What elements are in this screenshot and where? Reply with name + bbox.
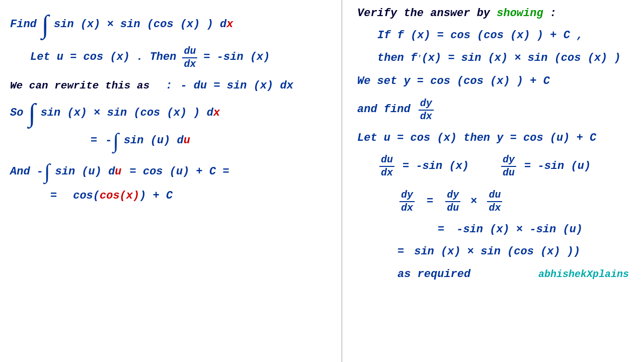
and-line: And - ∫ sin (u) du = cos (u) + C = [10, 163, 332, 180]
we-set-line: We set y = cos (cos (x) ) + C [357, 75, 634, 88]
expand-chain-block: = -sin (x) × -sin (u) [357, 223, 634, 236]
rewrite-block: We can rewrite this as : - du = sin (x) … [10, 79, 332, 93]
final-close: ) + C [139, 190, 173, 203]
expand-expr: -sin (x) × -sin (u) [456, 223, 583, 236]
chain-eq: = [427, 195, 433, 208]
eq-neg-line: = - ∫ sin (u) du [91, 133, 332, 150]
then-block: then f'(x) = sin (x) × sin (cos (x) ) [357, 52, 634, 65]
expand-chain-line: = -sin (x) × -sin (u) [438, 223, 634, 236]
then-line: then f'(x) = sin (x) × sin (cos (x) ) [377, 52, 634, 65]
and-block: And - ∫ sin (u) du = cos (u) + C = [10, 163, 332, 180]
and-eq-cosu: = cos (u) + C = [130, 165, 229, 178]
dy-num: dy [419, 98, 434, 111]
du-dx-fraction: du dx [182, 45, 197, 70]
chain-dx2-den: dx [487, 202, 502, 214]
dy-du-frac: dy du [501, 154, 516, 179]
final-cos-open: cos( [73, 190, 100, 203]
dy-dx-fraction: dy dx [419, 98, 434, 123]
and-sin-expr: sin (u) du [55, 165, 122, 178]
dx2-den: dx [379, 167, 394, 179]
dy-du-eq: = -sin (u) [524, 160, 591, 173]
prime-symbol: ' [417, 54, 421, 63]
dx-denominator: dx [182, 58, 197, 70]
so-label: So [10, 107, 23, 120]
chain-dy2-num: dy [445, 189, 460, 202]
du-numerator: du [182, 45, 197, 58]
find-integral-block: Find ∫ sin (x) × sin (cos (x) ) dx [10, 14, 332, 35]
derivatives-row: du dx = -sin (x) dy du = -sin (u) [377, 154, 634, 179]
integral-symbol-3: ∫ [113, 133, 119, 150]
as-required-line: as required abhishekXplains [357, 268, 634, 281]
left-panel: Find ∫ sin (x) × sin (cos (x) ) dx Let u… [0, 0, 342, 362]
du-u: u [184, 134, 190, 147]
integral-symbol-2: ∫ [28, 103, 35, 124]
let-u-block: Let u = cos (x) . Then du dx = -sin (x) [10, 45, 332, 70]
result-line: = sin (x) × sin (cos (x) ) ) [397, 245, 634, 258]
find-expr: sin (x) × sin (cos (x) ) dx [54, 18, 233, 31]
let-u-right-expr: Let u = cos (x) then y = cos (u) + C [357, 132, 596, 145]
so-integral-block: So ∫ sin (x) × sin (cos (x) ) dx [10, 103, 332, 124]
then-label: then f [377, 52, 417, 65]
du-dx-frac2: du dx [379, 154, 394, 179]
chain-dy-dx: dy dx [399, 189, 415, 214]
let-u-right-block: Let u = cos (x) then y = cos (u) + C [357, 132, 634, 145]
if-block: If f (x) = cos (cos (x) ) + C , [357, 29, 634, 42]
result-eq: = [397, 245, 404, 258]
rewrite-colon: : [166, 79, 172, 93]
we-set-expr: We set y = cos (cos (x) ) + C [357, 75, 550, 88]
result-expr: sin (x) × sin (cos (x) ) [414, 245, 574, 258]
find-label: Find [10, 18, 37, 31]
result-paren: ) [574, 245, 580, 258]
rewrite-line: We can rewrite this as : - du = sin (x) … [10, 79, 332, 93]
final-answer-block: = cos(cos(x)) + C [10, 190, 332, 203]
chain-times: × [470, 195, 477, 208]
verify-title-block: Verify the answer by showing : [357, 7, 634, 20]
neg-sign: - [105, 134, 112, 147]
if-line: If f (x) = cos (cos (x) ) + C , [377, 29, 634, 42]
let-line: Let u = cos (x) . Then du dx = -sin (x) [30, 45, 332, 70]
eq-label: = [91, 134, 97, 147]
as-required-label: as required [397, 268, 470, 281]
final-eq: = [50, 190, 57, 203]
if-expr: If f (x) = cos (cos (x) ) + C , [377, 29, 583, 42]
find-line: Find ∫ sin (x) × sin (cos (x) ) dx [10, 14, 332, 35]
so-expr: sin (x) × sin (cos (x) ) dx [41, 107, 220, 120]
brand-label: abhishekXplains [538, 268, 629, 281]
final-cosx: cos(x) [100, 190, 139, 203]
result-block: = sin (x) × sin (cos (x) ) ) [357, 245, 634, 258]
dy2-num: dy [501, 154, 516, 167]
let-u-right-line: Let u = cos (x) then y = cos (u) + C [357, 132, 634, 145]
as-required-block: as required abhishekXplains [357, 268, 634, 281]
and-find-line: and find dy dx [357, 98, 634, 123]
equals-neg-integral-block: = - ∫ sin (u) du [10, 133, 332, 150]
right-panel: Verify the answer by showing : If f (x) … [342, 0, 644, 362]
chain-rule-block: dy dx = dy du × du dx [357, 189, 634, 214]
and-find-block: and find dy dx [357, 98, 634, 123]
we-set-block: We set y = cos (cos (x) ) + C [357, 75, 634, 88]
chain-dy-du: dy du [445, 189, 460, 214]
chain-du2-num: du [487, 189, 502, 202]
integral-symbol-4: ∫ [44, 163, 50, 180]
dx-x: x [226, 18, 233, 31]
du-dx-pair: du dx = -sin (x) [377, 154, 469, 179]
then-rest: (x) = sin (x) × sin (cos (x) ) [422, 52, 621, 65]
expand-eq: = [438, 223, 444, 236]
sin-u-expr: sin (u) du [124, 134, 190, 147]
rewrite-label: We can rewrite this as [10, 79, 149, 92]
and-label: And - [10, 165, 43, 178]
let-label: Let u = cos (x) . Then [30, 51, 176, 64]
chain-du-dx: du dx [487, 189, 502, 214]
and-u: u [115, 165, 121, 178]
du2-num: du [379, 154, 394, 167]
chain-rule-line: dy dx = dy du × du dx [397, 189, 634, 214]
dx-den: dx [419, 111, 434, 123]
and-find-label: and find [357, 103, 411, 116]
du2-den: du [501, 167, 516, 179]
du-dx-eq: = -sin (x) [403, 160, 469, 173]
chain-dy-num: dy [399, 189, 415, 202]
verify-title: Verify the answer by showing : [357, 7, 556, 20]
chain-dx-den: dx [399, 202, 415, 214]
chain-du-den: du [445, 202, 460, 214]
rewrite-expr: - du = sin (x) dx [180, 79, 293, 93]
so-line: So ∫ sin (x) × sin (cos (x) ) dx [10, 103, 332, 124]
